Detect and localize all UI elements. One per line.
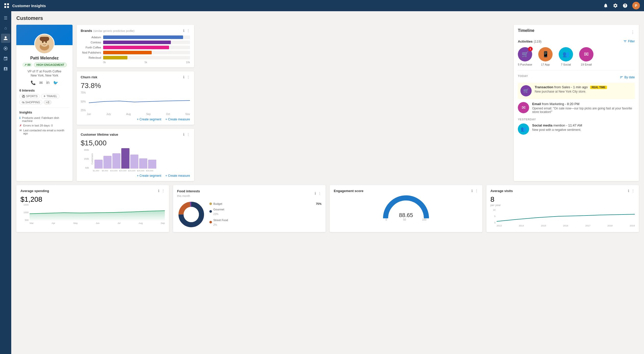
engagement-card: Engagement score ℹ ⋮ 88 <box>330 185 482 232</box>
churn-title: Churn risk <box>81 75 97 79</box>
sidebar-segments[interactable] <box>1 44 10 53</box>
clv-card: Customer lifetime value ℹ ⋮ $15,000 300k… <box>77 129 194 181</box>
insights-title: Insights <box>19 110 69 114</box>
clv-title: Customer lifetime value <box>81 133 118 136</box>
clv-more-icon[interactable]: ⋮ <box>186 132 190 136</box>
activity-email[interactable]: ✉ 19 Email <box>579 47 593 66</box>
transaction-content: Transaction from Sales - 1 min ago REAL … <box>535 85 607 93</box>
sidebar-measures[interactable] <box>1 64 10 73</box>
svg-rect-3 <box>7 6 9 8</box>
food-interests-card: Food interests this month ℹ ⋮ <box>173 185 326 232</box>
churn-value: 73.8% <box>81 82 190 90</box>
score-badge: ↗89 <box>22 62 32 67</box>
churn-create-measure[interactable]: + Create measure <box>165 118 190 121</box>
sidebar-activities[interactable] <box>1 54 10 63</box>
help-icon[interactable] <box>623 3 628 8</box>
churn-more-icon[interactable]: ⋮ <box>186 75 190 79</box>
sort-button[interactable]: By date <box>620 75 635 79</box>
churn-create-segment[interactable]: + Create segment <box>137 118 161 121</box>
food-more-icon[interactable]: ⋮ <box>318 191 321 195</box>
engagement-badge: HIGH ENGAGEMENT <box>34 62 66 67</box>
app-label: 17 App <box>541 63 550 66</box>
engagement-more-icon[interactable]: ⋮ <box>475 189 478 193</box>
profile-location: New York, New York <box>19 74 69 77</box>
main-content: Customers <box>11 11 644 354</box>
linkedin-icon[interactable]: in <box>46 80 49 85</box>
bell-icon[interactable] <box>603 3 608 8</box>
interest-more[interactable]: +3 <box>44 100 52 105</box>
avg-spending-more-icon[interactable]: ⋮ <box>161 189 165 193</box>
activities-count: (119) <box>534 40 541 43</box>
profile-socials: 📞 ✉ in 🐦 <box>19 80 69 85</box>
food-interests-title: Food interests <box>177 189 200 193</box>
sidebar-home[interactable]: ⌂ <box>1 23 10 33</box>
email-icon[interactable]: ✉ <box>39 80 43 85</box>
settings-icon[interactable] <box>613 3 618 8</box>
avg-visits-info-icon[interactable]: ℹ <box>628 189 629 193</box>
timeline-more-icon[interactable]: ⋮ <box>631 30 635 35</box>
svg-rect-12 <box>40 37 49 40</box>
sidebar-customers[interactable] <box>1 34 10 43</box>
clv-info-icon[interactable]: ℹ <box>183 132 184 136</box>
svg-point-17 <box>184 207 199 222</box>
profile-name: Patti Melendez <box>19 56 69 60</box>
avg-spending-info-icon[interactable]: ℹ <box>158 189 159 193</box>
mail-icon: ✉ <box>19 129 22 132</box>
brands-more-icon[interactable]: ⋮ <box>186 29 190 33</box>
svg-text:88.65: 88.65 <box>399 212 413 218</box>
avg-visits-card: Average visits ℹ ⋮ 8 per year 1050 <box>486 185 639 232</box>
brands-chart: Adatum Contoso Forth Coffee Nod Publishe… <box>81 35 190 64</box>
clv-create-measure[interactable]: + Create measure <box>165 174 190 178</box>
avg-visits-value: 8 <box>491 195 635 204</box>
filter-button[interactable]: Filter <box>623 40 635 43</box>
activity-social[interactable]: 👥 7 Social <box>559 47 573 66</box>
sidebar-hamburger[interactable]: ☰ <box>1 13 10 22</box>
timeline-title: Timeline <box>518 28 534 33</box>
interests-title: 6 Interests <box>19 89 69 92</box>
activity-icons-row: 🛒 1 5 Purchase 📱 17 App 👥 <box>518 47 635 70</box>
email-label: 19 Email <box>581 63 592 66</box>
interest-travel: ✈ TRAVEL <box>41 94 59 99</box>
app-title: Customer Insights <box>12 4 46 8</box>
yesterday-label: YESTERDAY <box>518 118 635 121</box>
today-label: TODAY <box>518 74 528 78</box>
profile-body: Patti Melendez ↗89 HIGH ENGAGEMENT VP of… <box>16 45 73 141</box>
interest-shopping: 🛍 SHOPPING <box>19 100 42 105</box>
brands-title: Brands <box>81 29 92 33</box>
charts-column: Brands (similar generic predictive profi… <box>77 25 510 181</box>
insight-contact: ✉ Last contacted via email a month ago <box>19 129 69 135</box>
realtime-badge: REAL TIME <box>590 86 607 89</box>
food-info-icon[interactable]: ℹ <box>315 191 316 195</box>
profile-banner <box>16 25 73 45</box>
svg-rect-2 <box>4 6 6 8</box>
twitter-icon[interactable]: 🐦 <box>53 80 58 85</box>
insight-products: ℹ Products used: Fabrikam dish machine <box>19 116 69 122</box>
churn-info-icon[interactable]: ℹ <box>183 75 184 79</box>
interest-sports: ⚽ SPORTS <box>19 94 40 99</box>
avg-spending-card: Average spending ℹ ⋮ $1,208 15001000500 <box>16 185 169 232</box>
interests-tags: ⚽ SPORTS ✈ TRAVEL 🛍 SHOPPING +3 <box>19 94 69 105</box>
churn-card: Churn risk ℹ ⋮ 73.8% 75%50%25% <box>77 71 194 125</box>
engagement-info-icon[interactable]: ℹ <box>471 189 473 193</box>
bottom-row: Average spending ℹ ⋮ $1,208 15001000500 <box>16 185 639 232</box>
social-label: 7 Social <box>561 63 571 66</box>
per-year-label: per year <box>491 204 635 207</box>
top-nav-left: Customer Insights <box>4 3 46 8</box>
user-avatar[interactable]: P <box>632 2 640 9</box>
activity-purchase[interactable]: 🛒 1 5 Purchase <box>518 47 532 66</box>
brands-card: Brands (similar generic predictive profi… <box>77 25 194 67</box>
purchase-label: 5 Purchase <box>518 63 532 66</box>
phone-icon[interactable]: 📞 <box>31 80 36 85</box>
email-content: Email from Marketing - 8:20 PM Opened em… <box>532 102 635 114</box>
insight-errors: ✗ Errors in last 28 days: 0 <box>19 124 69 127</box>
svg-rect-0 <box>4 3 6 5</box>
brands-subtitle: (similar generic predictive profile) <box>93 29 134 32</box>
food-interests-subtitle: this month <box>177 194 190 197</box>
activity-app[interactable]: 📱 17 App <box>538 47 553 66</box>
brands-info-icon[interactable]: ℹ <box>183 29 184 33</box>
clv-create-segment[interactable]: + Create segment <box>137 174 161 178</box>
avg-visits-more-icon[interactable]: ⋮ <box>631 189 635 193</box>
timeline-entry-transaction: 🛒 Transaction from Sales - 1 min ago REA… <box>518 83 635 99</box>
profile-card: Patti Melendez ↗89 HIGH ENGAGEMENT VP of… <box>16 25 73 181</box>
apps-icon[interactable] <box>4 3 9 8</box>
